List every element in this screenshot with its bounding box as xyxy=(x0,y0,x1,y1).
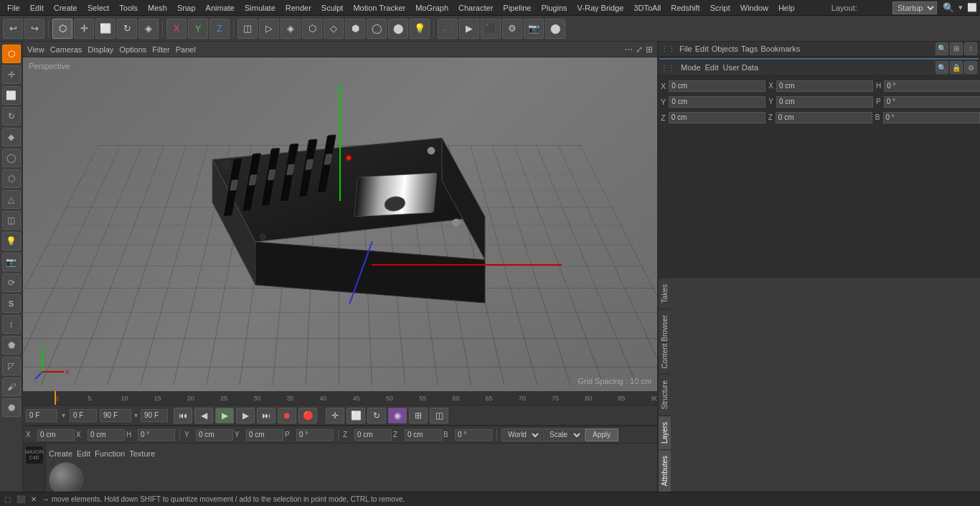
tool-extra[interactable]: ⬣ xyxy=(2,398,21,417)
tool-arrow[interactable]: ↕ xyxy=(2,315,21,334)
attr-b-field[interactable] xyxy=(883,112,980,123)
attr-z-pos-field[interactable] xyxy=(669,112,765,123)
attr-p-field[interactable] xyxy=(884,96,980,108)
obj-mgr-search-icon[interactable]: 🔍 xyxy=(936,42,948,55)
obj-mgr-tags[interactable]: Tags xyxy=(741,44,758,53)
attr-user-data[interactable]: User Data xyxy=(723,63,759,72)
scale-dropdown[interactable]: Scale xyxy=(543,428,583,441)
loop-button[interactable]: 🔴 xyxy=(298,408,317,423)
transport-extra-2[interactable]: ⬜ xyxy=(347,408,365,423)
menu-simulate[interactable]: Simulate xyxy=(240,2,280,14)
go-to-end-button[interactable]: ⏭ xyxy=(257,408,275,423)
y-axis-button[interactable]: Y xyxy=(188,19,208,39)
tab-attributes[interactable]: Attributes xyxy=(659,449,671,492)
end-frame-field1[interactable] xyxy=(100,409,131,422)
menu-3dtoall[interactable]: 3DToAll xyxy=(629,2,665,14)
obj-mgr-file[interactable]: File xyxy=(679,44,692,53)
menu-mograph[interactable]: MoGraph xyxy=(411,2,453,14)
object-btn-9[interactable]: 💡 xyxy=(410,19,430,39)
tool-light[interactable]: 💡 xyxy=(2,232,21,250)
menu-tools[interactable]: Tools xyxy=(115,2,142,14)
attr-mode[interactable]: Mode xyxy=(681,63,701,72)
mat-menu-function[interactable]: Function xyxy=(95,449,125,458)
vp-menu-panel[interactable]: Panel xyxy=(176,45,196,54)
current-frame-field[interactable] xyxy=(26,409,57,422)
transport-extra-6[interactable]: ◫ xyxy=(430,408,448,423)
object-btn-3[interactable]: ◈ xyxy=(281,19,301,39)
select-tool-button[interactable]: ⬡ xyxy=(52,19,72,39)
coord-y-pos[interactable] xyxy=(196,429,233,441)
play-button[interactable]: ▶ xyxy=(215,408,234,423)
step-forward-button[interactable]: ▶ xyxy=(236,408,255,423)
search-icon[interactable]: 🔍 xyxy=(943,2,954,13)
mat-menu-edit[interactable]: Edit xyxy=(77,449,90,458)
render-btn-2[interactable]: ▶ xyxy=(459,19,479,39)
vp-menu-cameras[interactable]: Cameras xyxy=(50,45,83,54)
layout-select[interactable]: Startup xyxy=(892,1,937,14)
render-btn-3[interactable]: ⬛ xyxy=(481,19,501,39)
coord-z-rot[interactable] xyxy=(405,429,442,441)
menu-plugins[interactable]: Plugins xyxy=(537,2,571,14)
obj-mgr-sort-icon[interactable]: ↕ xyxy=(964,42,977,55)
render-btn-1[interactable]: 🎥 xyxy=(438,19,458,39)
attr-x-rot-field[interactable] xyxy=(776,80,873,92)
object-btn-5[interactable]: ◇ xyxy=(324,19,344,39)
apply-button[interactable]: Apply xyxy=(585,428,618,441)
coord-x-pos[interactable] xyxy=(37,429,75,441)
transport-extra-1[interactable]: ✛ xyxy=(326,408,344,423)
tool-hex[interactable]: ⬟ xyxy=(2,336,21,355)
vp-menu-options[interactable]: Options xyxy=(119,45,146,54)
status-close-icon[interactable]: ✕ xyxy=(31,495,37,503)
menu-render[interactable]: Render xyxy=(281,2,316,14)
menu-animate[interactable]: Animate xyxy=(202,2,239,14)
menu-file[interactable]: File xyxy=(3,2,24,14)
tab-structure[interactable]: Structure xyxy=(659,374,671,416)
mat-menu-create[interactable]: Create xyxy=(49,449,72,458)
menu-snap[interactable]: Snap xyxy=(173,2,200,14)
object-btn-4[interactable]: ⬡ xyxy=(302,19,322,39)
tool-plane[interactable]: ◫ xyxy=(2,211,21,230)
transport-extra-3[interactable]: ↻ xyxy=(367,408,386,423)
attr-h-field[interactable] xyxy=(884,80,980,92)
obj-mgr-edit[interactable]: Edit xyxy=(695,44,709,53)
coord-y-rot[interactable] xyxy=(246,429,283,441)
vp-menu-view[interactable]: View xyxy=(27,45,44,54)
tool-select[interactable]: ⬡ xyxy=(2,44,21,63)
redo-button[interactable]: ↪ xyxy=(24,19,44,39)
transform-tool-button[interactable]: ◈ xyxy=(138,19,159,39)
step-back-button[interactable]: ◀ xyxy=(194,408,213,423)
transport-extra-4[interactable]: ◉ xyxy=(388,408,407,423)
world-dropdown[interactable]: World xyxy=(501,428,542,441)
tab-content-browser[interactable]: Content Browser xyxy=(659,309,671,374)
object-btn-1[interactable]: ◫ xyxy=(237,19,258,39)
status-window-icon[interactable]: ⬚ xyxy=(4,495,11,503)
go-to-start-button[interactable]: ⏮ xyxy=(174,408,192,423)
record-button[interactable]: ⏺ xyxy=(278,408,296,423)
menu-window[interactable]: Window xyxy=(736,2,773,14)
object-btn-8[interactable]: ⬤ xyxy=(388,19,408,39)
vp-icon-grid[interactable]: ⊞ xyxy=(646,44,653,55)
menu-mesh[interactable]: Mesh xyxy=(143,2,171,14)
z-axis-button[interactable]: Z xyxy=(209,19,230,39)
menu-character[interactable]: Character xyxy=(454,2,497,14)
status-minimize-icon[interactable]: ⬛ xyxy=(17,495,25,503)
menu-vray[interactable]: V-Ray Bridge xyxy=(573,2,628,14)
menu-motion-tracker[interactable]: Motion Tracker xyxy=(349,2,410,14)
material-item-portable[interactable]: Portable xyxy=(49,462,83,492)
render-btn-6[interactable]: ⬤ xyxy=(545,19,565,39)
tool-cube[interactable]: ⬜ xyxy=(2,86,21,105)
attr-edit[interactable]: Edit xyxy=(705,63,719,72)
tool-s[interactable]: S xyxy=(2,294,21,313)
rotate-tool-button[interactable]: ↻ xyxy=(117,19,137,39)
object-btn-2[interactable]: ▷ xyxy=(259,19,279,39)
tool-diamond[interactable]: ◆ xyxy=(2,128,21,146)
object-btn-6[interactable]: ⬢ xyxy=(345,19,365,39)
attr-y-pos-field[interactable] xyxy=(669,96,765,108)
scale-tool-button[interactable]: ⬜ xyxy=(95,19,116,39)
attr-y-rot-field[interactable] xyxy=(776,96,873,108)
render-btn-4[interactable]: ⚙ xyxy=(502,19,522,39)
end-frame-field2[interactable] xyxy=(141,409,168,422)
tool-camera[interactable]: 📷 xyxy=(2,253,21,271)
menu-select[interactable]: Select xyxy=(83,2,114,14)
mat-menu-texture[interactable]: Texture xyxy=(129,449,155,458)
